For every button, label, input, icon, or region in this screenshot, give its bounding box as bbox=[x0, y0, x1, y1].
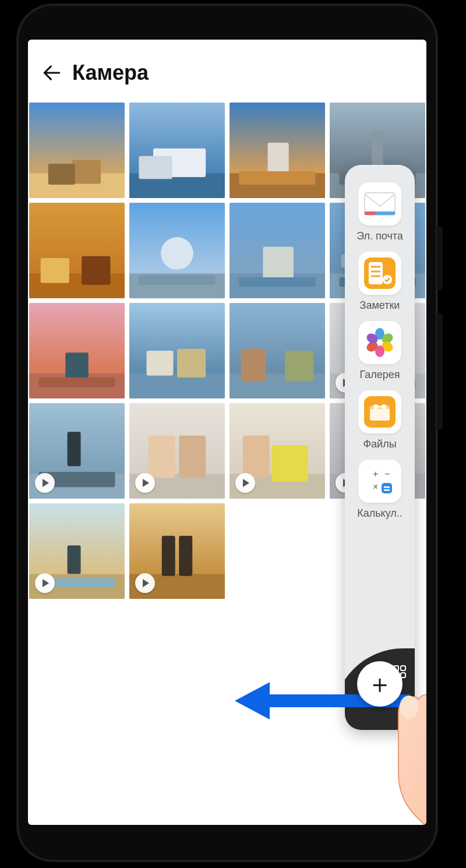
page-title: Камера bbox=[72, 61, 149, 85]
svg-rect-103 bbox=[394, 673, 398, 678]
dock-label: Галерея bbox=[359, 369, 400, 381]
photo-thumbnail[interactable] bbox=[129, 103, 225, 198]
svg-rect-35 bbox=[38, 377, 115, 387]
svg-point-22 bbox=[161, 237, 193, 270]
svg-rect-50 bbox=[68, 432, 81, 466]
svg-rect-104 bbox=[401, 673, 405, 678]
phone-frame: Камера Эл. почтаЗаметкиГалереяФайлы+−×Ка… bbox=[17, 5, 437, 861]
svg-rect-55 bbox=[179, 436, 206, 478]
svg-rect-66 bbox=[68, 545, 81, 574]
video-thumbnail[interactable] bbox=[129, 403, 225, 499]
svg-rect-37 bbox=[129, 373, 225, 398]
svg-rect-19 bbox=[82, 256, 110, 285]
svg-rect-39 bbox=[177, 349, 206, 377]
play-icon bbox=[235, 473, 255, 493]
svg-rect-100 bbox=[384, 489, 390, 491]
svg-text:−: − bbox=[384, 469, 390, 479]
dock-item-calc[interactable]: +−×Калькул.. bbox=[356, 460, 403, 529]
svg-rect-34 bbox=[65, 352, 88, 379]
svg-rect-70 bbox=[162, 536, 175, 576]
svg-rect-76 bbox=[369, 262, 383, 284]
photo-thumbnail[interactable] bbox=[129, 303, 225, 398]
dock-item-mail[interactable]: Эл. почта bbox=[356, 182, 403, 252]
video-thumbnail[interactable] bbox=[29, 503, 125, 599]
svg-rect-74 bbox=[365, 211, 375, 215]
svg-rect-99 bbox=[384, 486, 390, 488]
screen: Камера Эл. почтаЗаметкиГалереяФайлы+−×Ка… bbox=[28, 40, 426, 825]
svg-rect-58 bbox=[271, 445, 308, 481]
photo-thumbnail[interactable] bbox=[230, 103, 325, 198]
photo-thumbnail[interactable] bbox=[129, 203, 225, 298]
svg-text:+: + bbox=[373, 469, 378, 479]
svg-rect-43 bbox=[285, 351, 313, 381]
app-dock: Эл. почтаЗаметкиГалереяФайлы+−×Калькул..… bbox=[345, 165, 415, 730]
play-icon bbox=[135, 573, 155, 593]
mail-icon bbox=[358, 182, 401, 225]
svg-rect-101 bbox=[394, 666, 398, 671]
play-icon bbox=[35, 573, 55, 593]
video-thumbnail[interactable] bbox=[29, 403, 125, 499]
svg-rect-7 bbox=[139, 156, 172, 179]
play-icon bbox=[135, 473, 155, 493]
gallery-icon bbox=[358, 321, 401, 364]
svg-rect-98 bbox=[382, 483, 392, 493]
video-thumbnail[interactable] bbox=[129, 503, 225, 599]
svg-rect-11 bbox=[239, 171, 315, 185]
svg-rect-2 bbox=[72, 160, 101, 184]
svg-rect-26 bbox=[263, 246, 293, 279]
back-arrow-icon[interactable] bbox=[41, 62, 63, 84]
video-thumbnail[interactable] bbox=[230, 403, 325, 499]
svg-rect-38 bbox=[147, 351, 174, 376]
svg-rect-71 bbox=[179, 536, 192, 576]
photo-thumbnail[interactable] bbox=[230, 303, 325, 398]
svg-rect-18 bbox=[41, 258, 69, 283]
calc-icon: +−× bbox=[358, 460, 401, 503]
svg-rect-54 bbox=[149, 436, 175, 478]
dock-label: Файлы bbox=[363, 438, 396, 450]
svg-rect-90 bbox=[370, 409, 390, 421]
svg-rect-59 bbox=[243, 436, 270, 478]
svg-rect-3 bbox=[48, 164, 75, 185]
dock-item-notes[interactable]: Заметки bbox=[356, 252, 403, 321]
svg-rect-27 bbox=[239, 277, 315, 287]
svg-rect-23 bbox=[139, 276, 215, 285]
app-grid-icon[interactable] bbox=[393, 665, 407, 679]
photo-thumbnail[interactable] bbox=[29, 103, 125, 198]
svg-rect-102 bbox=[401, 666, 405, 671]
notes-icon bbox=[358, 252, 401, 295]
files-icon bbox=[358, 390, 401, 433]
photo-thumbnail[interactable] bbox=[29, 203, 125, 298]
photo-thumbnail[interactable] bbox=[230, 203, 325, 298]
dock-label: Заметки bbox=[360, 299, 400, 312]
side-button-1 bbox=[437, 226, 443, 290]
app-header: Камера bbox=[28, 40, 426, 103]
svg-text:×: × bbox=[373, 482, 378, 492]
dock-item-files[interactable]: Файлы bbox=[356, 390, 403, 460]
dock-label: Эл. почта bbox=[356, 230, 403, 242]
photo-thumbnail[interactable] bbox=[29, 303, 125, 398]
side-button-2 bbox=[437, 313, 443, 430]
svg-rect-42 bbox=[241, 349, 266, 382]
dock-label: Калькул.. bbox=[357, 507, 403, 520]
play-icon bbox=[35, 473, 55, 493]
dock-item-gallery[interactable]: Галерея bbox=[356, 321, 403, 390]
